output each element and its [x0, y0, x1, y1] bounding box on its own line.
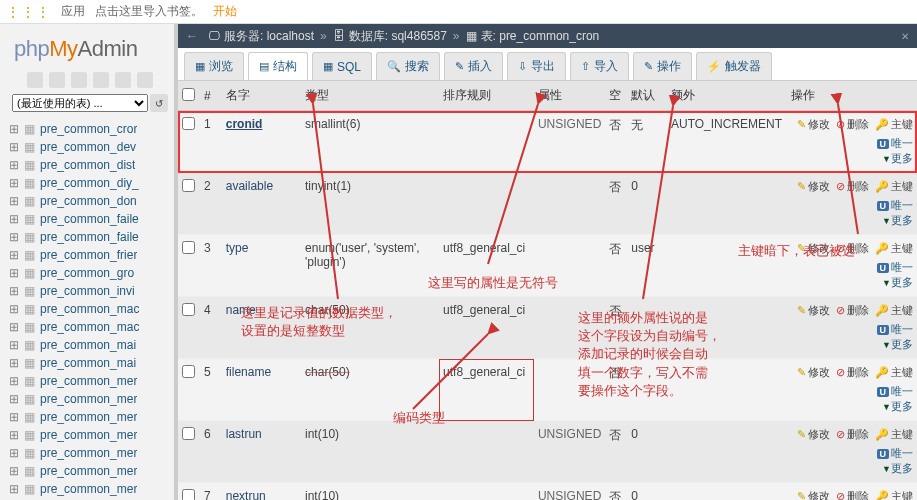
tree-item[interactable]: ⊞▦pre_common_mer: [6, 444, 174, 462]
delete-button[interactable]: ⊘删除: [836, 427, 869, 442]
expand-icon[interactable]: ⊞: [8, 194, 20, 208]
unique-button[interactable]: U唯一: [877, 323, 914, 335]
reload-icon[interactable]: [137, 72, 153, 88]
unique-button[interactable]: U唯一: [877, 137, 914, 149]
tree-item[interactable]: ⊞▦pre_common_mer: [6, 426, 174, 444]
row-checkbox[interactable]: [182, 427, 195, 440]
primary-key-button[interactable]: 🔑主键: [875, 365, 913, 380]
col-ops[interactable]: 操作: [787, 81, 917, 111]
tree-item[interactable]: ⊞▦pre_common_mer: [6, 462, 174, 480]
delete-button[interactable]: ⊘删除: [836, 117, 869, 132]
expand-icon[interactable]: ⊞: [8, 230, 20, 244]
home-icon[interactable]: [27, 72, 43, 88]
start-link[interactable]: 开始: [213, 3, 237, 20]
tree-item[interactable]: ⊞▦pre_common_gro: [6, 264, 174, 282]
edit-button[interactable]: ✎修改: [797, 365, 830, 380]
row-checkbox[interactable]: [182, 241, 195, 254]
primary-key-button[interactable]: 🔑主键: [875, 241, 913, 256]
expand-icon[interactable]: ⊞: [8, 410, 20, 424]
tree-item[interactable]: ⊞▦pre_common_mac: [6, 318, 174, 336]
primary-key-button[interactable]: 🔑主键: [875, 489, 913, 500]
tree-item[interactable]: ⊞▦pre_common_mer: [6, 408, 174, 426]
more-button[interactable]: ▼更多: [880, 214, 913, 226]
tree-item[interactable]: ⊞▦pre_common_mac: [6, 300, 174, 318]
col-num[interactable]: #: [200, 81, 222, 111]
docs-icon[interactable]: [93, 72, 109, 88]
edit-button[interactable]: ✎修改: [797, 117, 830, 132]
delete-button[interactable]: ⊘删除: [836, 365, 869, 380]
more-button[interactable]: ▼更多: [880, 338, 913, 350]
tab-operations[interactable]: ✎操作: [633, 52, 692, 80]
tab-triggers[interactable]: ⚡触发器: [696, 52, 772, 80]
edit-button[interactable]: ✎修改: [797, 179, 830, 194]
col-attr[interactable]: 属性: [534, 81, 605, 111]
row-checkbox[interactable]: [182, 489, 195, 500]
expand-icon[interactable]: ⊞: [8, 446, 20, 460]
apps-label[interactable]: 应用: [61, 3, 85, 20]
tree-item[interactable]: ⊞▦pre_common_don: [6, 192, 174, 210]
more-button[interactable]: ▼更多: [880, 400, 913, 412]
expand-icon[interactable]: ⊞: [8, 428, 20, 442]
tab-insert[interactable]: ✎插入: [444, 52, 503, 80]
collapse-sidebar-icon[interactable]: ←: [186, 29, 198, 43]
col-extra[interactable]: 额外: [667, 81, 787, 111]
expand-icon[interactable]: ⊞: [8, 392, 20, 406]
row-checkbox[interactable]: [182, 179, 195, 192]
delete-button[interactable]: ⊘删除: [836, 489, 869, 500]
expand-icon[interactable]: ⊞: [8, 140, 20, 154]
expand-icon[interactable]: ⊞: [8, 284, 20, 298]
edit-button[interactable]: ✎修改: [797, 241, 830, 256]
tree-item[interactable]: ⊞▦pre_common_cror: [6, 120, 174, 138]
breadcrumb-db[interactable]: 数据库: sql486587: [349, 28, 447, 45]
expand-icon[interactable]: ⊞: [8, 356, 20, 370]
col-default[interactable]: 默认: [627, 81, 667, 111]
recent-tables-select[interactable]: (最近使用的表) ...: [12, 94, 148, 112]
col-null[interactable]: 空: [605, 81, 627, 111]
expand-icon[interactable]: ⊞: [8, 266, 20, 280]
expand-icon[interactable]: ⊞: [8, 320, 20, 334]
logout-icon[interactable]: [49, 72, 65, 88]
tab-search[interactable]: 🔍搜索: [376, 52, 440, 80]
tab-export[interactable]: ⇩导出: [507, 52, 566, 80]
tab-structure[interactable]: ▤结构: [248, 52, 308, 80]
expand-icon[interactable]: ⊞: [8, 374, 20, 388]
expand-icon[interactable]: ⊞: [8, 176, 20, 190]
expand-icon[interactable]: ⊞: [8, 212, 20, 226]
expand-icon[interactable]: ⊞: [8, 482, 20, 496]
apps-icon[interactable]: ⋮⋮⋮: [6, 4, 51, 20]
tree-item[interactable]: ⊞▦pre_common_mer: [6, 372, 174, 390]
delete-button[interactable]: ⊘删除: [836, 179, 869, 194]
tree-item[interactable]: ⊞▦pre_common_invi: [6, 282, 174, 300]
expand-icon[interactable]: ⊞: [8, 464, 20, 478]
primary-key-button[interactable]: 🔑主键: [875, 117, 913, 132]
more-button[interactable]: ▼更多: [880, 462, 913, 474]
expand-icon[interactable]: ⊞: [8, 248, 20, 262]
primary-key-button[interactable]: 🔑主键: [875, 427, 913, 442]
tree-item[interactable]: ⊞▦pre_common_diy_: [6, 174, 174, 192]
tab-sql[interactable]: ▦SQL: [312, 52, 372, 80]
sql-icon[interactable]: [71, 72, 87, 88]
tree-item[interactable]: ⊞▦pre_common_mai: [6, 336, 174, 354]
tree-item[interactable]: ⊞▦pre_common_mer: [6, 390, 174, 408]
tree-item[interactable]: ⊞▦pre_common_faile: [6, 210, 174, 228]
expand-icon[interactable]: ⊞: [8, 158, 20, 172]
edit-button[interactable]: ✎修改: [797, 303, 830, 318]
unique-button[interactable]: U唯一: [877, 261, 914, 273]
breadcrumb-server[interactable]: 服务器: localhost: [224, 28, 314, 45]
tree-item[interactable]: ⊞▦pre_common_dev: [6, 138, 174, 156]
tab-import[interactable]: ⇧导入: [570, 52, 629, 80]
expand-icon[interactable]: ⊞: [8, 338, 20, 352]
logo[interactable]: phpMyAdmin: [14, 36, 174, 62]
tree-item[interactable]: ⊞▦pre_common_faile: [6, 228, 174, 246]
unique-button[interactable]: U唯一: [877, 385, 914, 397]
row-checkbox[interactable]: [182, 303, 195, 316]
row-checkbox[interactable]: [182, 365, 195, 378]
edit-button[interactable]: ✎修改: [797, 489, 830, 500]
tree-item[interactable]: ⊞▦pre_common_dist: [6, 156, 174, 174]
settings-icon[interactable]: [115, 72, 131, 88]
more-button[interactable]: ▼更多: [880, 276, 913, 288]
primary-key-button[interactable]: 🔑主键: [875, 179, 913, 194]
breadcrumb-table[interactable]: 表: pre_common_cron: [481, 28, 600, 45]
checkbox-all[interactable]: [182, 88, 195, 101]
primary-key-button[interactable]: 🔑主键: [875, 303, 913, 318]
